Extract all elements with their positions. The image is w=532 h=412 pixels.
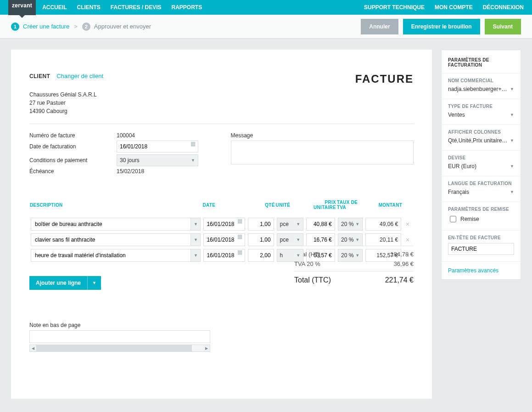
- billing-lang-label: Langue de facturation: [448, 181, 514, 186]
- trade-name-select[interactable]: nadja.siebenbuerger+2@ze...▼: [448, 86, 514, 92]
- chevron-down-icon: ▼: [355, 237, 359, 242]
- chevron-down-icon: ▼: [510, 164, 514, 169]
- total-ttc: 221,74 €: [382, 276, 414, 284]
- columns-select[interactable]: Qté,Unité,Prix unitaire,Taux...▼: [448, 137, 514, 144]
- chevron-down-icon[interactable]: ▼: [190, 218, 201, 231]
- col-qty: Qté: [246, 199, 275, 216]
- line-vat-select[interactable]: 20 %▼: [338, 218, 363, 231]
- chevron-down-icon: ▼: [296, 222, 300, 226]
- line-price-input[interactable]: [306, 233, 335, 246]
- line-date-input[interactable]: [203, 218, 245, 231]
- currency-select[interactable]: EUR (Euro)▼: [448, 163, 514, 169]
- scroll-right-icon[interactable]: ▶: [203, 345, 210, 351]
- chevron-down-icon: ▼: [510, 113, 514, 117]
- header-input[interactable]: [448, 243, 514, 255]
- header-label: En-tête de facture: [448, 235, 514, 240]
- nav-support[interactable]: Support technique: [364, 4, 425, 11]
- trade-name-label: Nom commercial: [448, 78, 514, 83]
- col-description: Description: [29, 199, 202, 216]
- nav-factures[interactable]: Factures / Devis: [111, 4, 162, 11]
- message-textarea[interactable]: [231, 141, 414, 164]
- col-unit: Unité: [275, 199, 305, 216]
- table-row: ▼▦pce▼20 %▼49,06 €×: [29, 216, 414, 232]
- line-items-table: Description Date Qté Unité Prix unitaire…: [29, 199, 414, 263]
- line-amount: 20,11 €: [365, 233, 401, 246]
- add-line-button[interactable]: Ajouter une ligne ▼: [29, 276, 101, 290]
- cancel-button[interactable]: Annuler: [361, 19, 398, 34]
- col-price: Prix unitaire: [305, 199, 336, 216]
- line-desc-input[interactable]: [31, 233, 201, 246]
- settings-sidebar: Paramètres de facturation Nom commercial…: [441, 50, 521, 280]
- total-vat: 36,96 €: [382, 260, 414, 267]
- nav-account[interactable]: Mon compte: [435, 4, 473, 11]
- nav-logout[interactable]: Déconnexion: [483, 4, 524, 11]
- next-button[interactable]: Suivant: [485, 19, 521, 34]
- sidebar-title: Paramètres de facturation: [442, 50, 521, 73]
- currency-label: Devise: [448, 155, 514, 160]
- line-unit-select[interactable]: h▼: [277, 249, 304, 262]
- nav-left: Accueil Clients Factures / Devis Rapport…: [42, 4, 202, 11]
- line-unit-select[interactable]: pce▼: [277, 218, 304, 231]
- columns-label: Afficher colonnes: [448, 130, 514, 135]
- due-date: 15/02/2018: [117, 168, 144, 175]
- line-qty-input[interactable]: [248, 249, 274, 262]
- advanced-settings-link[interactable]: Paramètres avancés: [442, 261, 521, 279]
- invoice-type-select[interactable]: Ventes▼: [448, 112, 514, 118]
- chevron-down-icon[interactable]: ▼: [190, 249, 201, 262]
- line-date-input[interactable]: [203, 233, 245, 246]
- line-vat-select[interactable]: 20 %▼: [338, 249, 363, 262]
- line-desc-input[interactable]: [31, 249, 201, 262]
- chevron-down-icon: ▼: [510, 87, 514, 91]
- chevron-down-icon: ▼: [355, 253, 359, 258]
- line-amount: 49,06 €: [365, 218, 401, 231]
- col-vat: Taux de TVA: [336, 199, 364, 216]
- line-qty-input[interactable]: [248, 218, 274, 231]
- scroll-left-icon[interactable]: ◀: [30, 345, 36, 351]
- footnote-label: Note en bas de page: [29, 322, 414, 328]
- change-client-link[interactable]: Changer de client: [56, 73, 103, 79]
- step-separator: >: [74, 23, 78, 30]
- line-desc-input[interactable]: [31, 218, 201, 231]
- chevron-down-icon[interactable]: ▼: [87, 276, 101, 290]
- discount-label: Paramètres de remise: [448, 207, 514, 212]
- step-1[interactable]: 1 Créer une facture: [11, 23, 69, 31]
- due-date-label: Échéance: [29, 168, 117, 175]
- message-label: Message: [231, 132, 414, 139]
- invoice-number-label: Numéro de facture: [29, 132, 117, 139]
- logo[interactable]: zervant: [8, 0, 36, 15]
- footnote-textarea[interactable]: [29, 330, 210, 343]
- nav-rapports[interactable]: Rapports: [172, 4, 202, 11]
- chevron-down-icon[interactable]: ▼: [190, 233, 201, 246]
- billing-lang-select[interactable]: Français▼: [448, 189, 514, 195]
- chevron-down-icon: ▼: [191, 158, 195, 163]
- total-ht: 184,78 €: [382, 251, 414, 258]
- step-2[interactable]: 2 Approuver et envoyer: [82, 23, 151, 31]
- client-name: Chaussures Génial S.A.R.L: [29, 90, 103, 99]
- line-unit-select[interactable]: pce▼: [277, 233, 304, 246]
- footnote-scrollbar[interactable]: ◀ ▶: [29, 344, 210, 352]
- save-draft-button[interactable]: Enregistrer le brouillon: [403, 19, 480, 34]
- line-date-input[interactable]: [203, 249, 245, 262]
- table-row: ▼▦pce▼20 %▼20,11 €×: [29, 232, 414, 248]
- billing-date-input[interactable]: [117, 141, 198, 152]
- chevron-down-icon: ▼: [296, 253, 300, 258]
- invoice-number: 100004: [117, 132, 135, 139]
- delete-row-icon[interactable]: ×: [404, 220, 411, 228]
- line-vat-select[interactable]: 20 %▼: [338, 233, 363, 246]
- discount-checkbox[interactable]: Remise: [448, 214, 514, 224]
- total-ttc-label: Total (TTC): [294, 276, 364, 284]
- line-qty-input[interactable]: [248, 233, 274, 246]
- payment-terms-select[interactable]: 30 jours▼: [117, 154, 198, 166]
- line-price-input[interactable]: [306, 218, 335, 231]
- chevron-down-icon: ▼: [296, 237, 300, 242]
- table-row: ▼▦h▼20 %▼152,57 €×: [29, 248, 414, 263]
- invoice-page: CLIENT Changer de client Chaussures Géni…: [11, 50, 432, 399]
- chevron-down-icon: ▼: [510, 190, 514, 194]
- nav-accueil[interactable]: Accueil: [42, 4, 67, 11]
- col-date: Date: [202, 199, 246, 216]
- invoice-type-label: Type de facture: [448, 104, 514, 109]
- delete-row-icon[interactable]: ×: [404, 236, 411, 243]
- nav-clients[interactable]: Clients: [77, 4, 100, 11]
- chevron-down-icon: ▼: [355, 222, 359, 226]
- document-title: FACTURE: [355, 73, 414, 85]
